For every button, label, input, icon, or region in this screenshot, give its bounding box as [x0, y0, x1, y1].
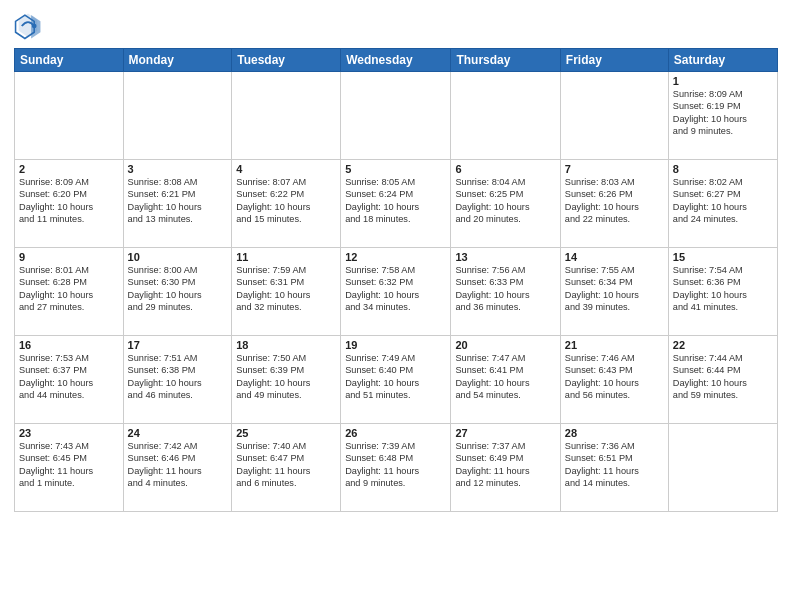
day-number: 6 [455, 163, 555, 175]
day-cell: 17Sunrise: 7:51 AM Sunset: 6:38 PM Dayli… [123, 336, 232, 424]
day-cell: 26Sunrise: 7:39 AM Sunset: 6:48 PM Dayli… [341, 424, 451, 512]
day-cell: 19Sunrise: 7:49 AM Sunset: 6:40 PM Dayli… [341, 336, 451, 424]
day-number: 28 [565, 427, 664, 439]
day-info: Sunrise: 8:00 AM Sunset: 6:30 PM Dayligh… [128, 264, 228, 314]
day-number: 4 [236, 163, 336, 175]
day-cell [123, 72, 232, 160]
day-cell: 10Sunrise: 8:00 AM Sunset: 6:30 PM Dayli… [123, 248, 232, 336]
day-info: Sunrise: 8:03 AM Sunset: 6:26 PM Dayligh… [565, 176, 664, 226]
day-cell: 16Sunrise: 7:53 AM Sunset: 6:37 PM Dayli… [15, 336, 124, 424]
logo-icon [14, 12, 42, 40]
day-number: 25 [236, 427, 336, 439]
day-info: Sunrise: 7:36 AM Sunset: 6:51 PM Dayligh… [565, 440, 664, 490]
day-number: 21 [565, 339, 664, 351]
day-info: Sunrise: 7:58 AM Sunset: 6:32 PM Dayligh… [345, 264, 446, 314]
day-cell: 3Sunrise: 8:08 AM Sunset: 6:21 PM Daylig… [123, 160, 232, 248]
day-info: Sunrise: 8:02 AM Sunset: 6:27 PM Dayligh… [673, 176, 773, 226]
day-cell: 9Sunrise: 8:01 AM Sunset: 6:28 PM Daylig… [15, 248, 124, 336]
logo [14, 12, 46, 40]
week-row-4: 16Sunrise: 7:53 AM Sunset: 6:37 PM Dayli… [15, 336, 778, 424]
day-info: Sunrise: 8:09 AM Sunset: 6:19 PM Dayligh… [673, 88, 773, 138]
svg-point-3 [32, 24, 37, 29]
day-info: Sunrise: 8:08 AM Sunset: 6:21 PM Dayligh… [128, 176, 228, 226]
day-cell: 24Sunrise: 7:42 AM Sunset: 6:46 PM Dayli… [123, 424, 232, 512]
day-number: 11 [236, 251, 336, 263]
weekday-header-saturday: Saturday [668, 49, 777, 72]
day-cell: 20Sunrise: 7:47 AM Sunset: 6:41 PM Dayli… [451, 336, 560, 424]
day-cell: 11Sunrise: 7:59 AM Sunset: 6:31 PM Dayli… [232, 248, 341, 336]
weekday-header-row: SundayMondayTuesdayWednesdayThursdayFrid… [15, 49, 778, 72]
weekday-header-friday: Friday [560, 49, 668, 72]
day-info: Sunrise: 7:47 AM Sunset: 6:41 PM Dayligh… [455, 352, 555, 402]
day-info: Sunrise: 7:46 AM Sunset: 6:43 PM Dayligh… [565, 352, 664, 402]
day-number: 3 [128, 163, 228, 175]
day-cell: 28Sunrise: 7:36 AM Sunset: 6:51 PM Dayli… [560, 424, 668, 512]
day-number: 26 [345, 427, 446, 439]
page: SundayMondayTuesdayWednesdayThursdayFrid… [0, 0, 792, 612]
day-number: 7 [565, 163, 664, 175]
day-cell: 18Sunrise: 7:50 AM Sunset: 6:39 PM Dayli… [232, 336, 341, 424]
weekday-header-sunday: Sunday [15, 49, 124, 72]
day-number: 1 [673, 75, 773, 87]
day-number: 2 [19, 163, 119, 175]
day-cell: 22Sunrise: 7:44 AM Sunset: 6:44 PM Dayli… [668, 336, 777, 424]
day-cell: 2Sunrise: 8:09 AM Sunset: 6:20 PM Daylig… [15, 160, 124, 248]
day-cell: 4Sunrise: 8:07 AM Sunset: 6:22 PM Daylig… [232, 160, 341, 248]
weekday-header-wednesday: Wednesday [341, 49, 451, 72]
day-cell: 14Sunrise: 7:55 AM Sunset: 6:34 PM Dayli… [560, 248, 668, 336]
day-info: Sunrise: 7:37 AM Sunset: 6:49 PM Dayligh… [455, 440, 555, 490]
day-number: 9 [19, 251, 119, 263]
day-info: Sunrise: 7:56 AM Sunset: 6:33 PM Dayligh… [455, 264, 555, 314]
day-info: Sunrise: 7:51 AM Sunset: 6:38 PM Dayligh… [128, 352, 228, 402]
day-info: Sunrise: 8:01 AM Sunset: 6:28 PM Dayligh… [19, 264, 119, 314]
day-info: Sunrise: 7:42 AM Sunset: 6:46 PM Dayligh… [128, 440, 228, 490]
header [14, 12, 778, 40]
day-cell: 21Sunrise: 7:46 AM Sunset: 6:43 PM Dayli… [560, 336, 668, 424]
day-info: Sunrise: 7:49 AM Sunset: 6:40 PM Dayligh… [345, 352, 446, 402]
day-cell: 5Sunrise: 8:05 AM Sunset: 6:24 PM Daylig… [341, 160, 451, 248]
day-info: Sunrise: 8:04 AM Sunset: 6:25 PM Dayligh… [455, 176, 555, 226]
day-info: Sunrise: 7:54 AM Sunset: 6:36 PM Dayligh… [673, 264, 773, 314]
day-info: Sunrise: 7:39 AM Sunset: 6:48 PM Dayligh… [345, 440, 446, 490]
day-cell: 25Sunrise: 7:40 AM Sunset: 6:47 PM Dayli… [232, 424, 341, 512]
day-cell [668, 424, 777, 512]
weekday-header-tuesday: Tuesday [232, 49, 341, 72]
day-info: Sunrise: 7:59 AM Sunset: 6:31 PM Dayligh… [236, 264, 336, 314]
day-info: Sunrise: 7:43 AM Sunset: 6:45 PM Dayligh… [19, 440, 119, 490]
day-cell: 7Sunrise: 8:03 AM Sunset: 6:26 PM Daylig… [560, 160, 668, 248]
day-info: Sunrise: 7:53 AM Sunset: 6:37 PM Dayligh… [19, 352, 119, 402]
day-number: 8 [673, 163, 773, 175]
day-number: 13 [455, 251, 555, 263]
day-cell: 15Sunrise: 7:54 AM Sunset: 6:36 PM Dayli… [668, 248, 777, 336]
day-cell: 8Sunrise: 8:02 AM Sunset: 6:27 PM Daylig… [668, 160, 777, 248]
day-number: 18 [236, 339, 336, 351]
day-info: Sunrise: 8:07 AM Sunset: 6:22 PM Dayligh… [236, 176, 336, 226]
day-info: Sunrise: 7:44 AM Sunset: 6:44 PM Dayligh… [673, 352, 773, 402]
weekday-header-monday: Monday [123, 49, 232, 72]
day-number: 20 [455, 339, 555, 351]
day-cell [451, 72, 560, 160]
week-row-5: 23Sunrise: 7:43 AM Sunset: 6:45 PM Dayli… [15, 424, 778, 512]
day-number: 22 [673, 339, 773, 351]
day-cell: 27Sunrise: 7:37 AM Sunset: 6:49 PM Dayli… [451, 424, 560, 512]
day-cell [232, 72, 341, 160]
day-cell: 13Sunrise: 7:56 AM Sunset: 6:33 PM Dayli… [451, 248, 560, 336]
day-cell [341, 72, 451, 160]
week-row-2: 2Sunrise: 8:09 AM Sunset: 6:20 PM Daylig… [15, 160, 778, 248]
day-cell: 6Sunrise: 8:04 AM Sunset: 6:25 PM Daylig… [451, 160, 560, 248]
week-row-1: 1Sunrise: 8:09 AM Sunset: 6:19 PM Daylig… [15, 72, 778, 160]
day-info: Sunrise: 7:40 AM Sunset: 6:47 PM Dayligh… [236, 440, 336, 490]
day-cell: 23Sunrise: 7:43 AM Sunset: 6:45 PM Dayli… [15, 424, 124, 512]
day-cell: 12Sunrise: 7:58 AM Sunset: 6:32 PM Dayli… [341, 248, 451, 336]
day-number: 19 [345, 339, 446, 351]
day-number: 17 [128, 339, 228, 351]
weekday-header-thursday: Thursday [451, 49, 560, 72]
calendar: SundayMondayTuesdayWednesdayThursdayFrid… [14, 48, 778, 512]
day-number: 10 [128, 251, 228, 263]
week-row-3: 9Sunrise: 8:01 AM Sunset: 6:28 PM Daylig… [15, 248, 778, 336]
day-info: Sunrise: 8:09 AM Sunset: 6:20 PM Dayligh… [19, 176, 119, 226]
day-number: 14 [565, 251, 664, 263]
day-info: Sunrise: 7:50 AM Sunset: 6:39 PM Dayligh… [236, 352, 336, 402]
day-cell [15, 72, 124, 160]
day-number: 23 [19, 427, 119, 439]
